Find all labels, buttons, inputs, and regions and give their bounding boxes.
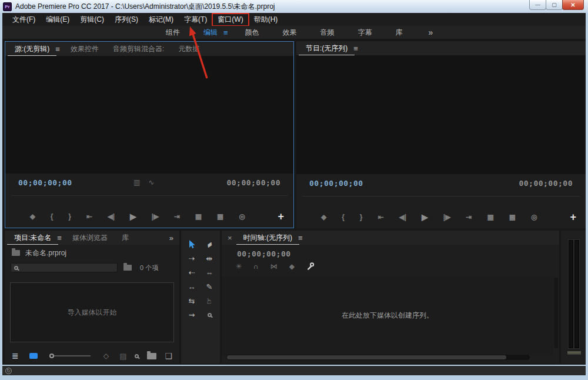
menu-help[interactable]: 帮助(H) bbox=[249, 14, 283, 26]
workspace-tab-libraries[interactable]: 库 bbox=[384, 28, 415, 38]
add-marker-button[interactable]: ◆ bbox=[321, 213, 326, 221]
panel-menu-icon[interactable]: ≡ bbox=[52, 42, 64, 56]
track-select-forward-tool[interactable]: ⇢ bbox=[183, 252, 201, 265]
go-to-in-button[interactable]: ⇤ bbox=[377, 213, 383, 221]
button-editor-plus-icon[interactable]: + bbox=[278, 211, 284, 222]
panel-menu-icon[interactable]: ≡ bbox=[350, 42, 362, 55]
hand-tool[interactable]: ☞ bbox=[201, 294, 218, 307]
program-scrub-bar[interactable] bbox=[296, 192, 586, 207]
insert-button[interactable]: ▦ bbox=[487, 213, 493, 221]
timeline-vertical-scrollbar[interactable] bbox=[554, 278, 558, 348]
menu-markers[interactable]: 标记(M) bbox=[143, 14, 179, 26]
program-current-timecode[interactable]: 00;00;00;00 bbox=[309, 179, 363, 188]
drag-audio-icon[interactable]: ∿ bbox=[148, 178, 154, 186]
go-to-out-button[interactable]: ⇥ bbox=[466, 213, 472, 221]
tab-metadata[interactable]: 元数据 bbox=[171, 42, 206, 56]
menu-clip[interactable]: 剪辑(C) bbox=[75, 14, 109, 26]
close-button[interactable]: ✕ bbox=[562, 0, 584, 10]
play-button[interactable]: ▶ bbox=[422, 212, 428, 222]
project-search-box[interactable] bbox=[11, 263, 118, 272]
mark-out-button[interactable]: } bbox=[360, 213, 363, 221]
find-button[interactable] bbox=[135, 354, 139, 358]
mark-in-button[interactable]: { bbox=[51, 212, 54, 221]
button-editor-plus-icon[interactable]: + bbox=[570, 212, 576, 222]
step-forward-button[interactable]: |▶ bbox=[443, 213, 451, 221]
add-marker-button[interactable]: ◆ bbox=[30, 212, 35, 221]
tab-libraries[interactable]: 库 bbox=[115, 231, 136, 245]
pen-tool[interactable]: ✎ bbox=[201, 280, 218, 293]
new-item-button[interactable]: ❏ bbox=[165, 351, 172, 361]
mark-out-button[interactable]: } bbox=[68, 212, 71, 221]
overwrite-button[interactable]: ▩ bbox=[217, 212, 223, 221]
selection-tool[interactable] bbox=[183, 238, 201, 251]
razor-tool[interactable]: ▰ bbox=[201, 238, 218, 251]
workspace-panel-menu-icon[interactable]: ≡ bbox=[220, 28, 231, 37]
maximize-button[interactable]: ▢ bbox=[546, 0, 563, 10]
zoom-slider[interactable] bbox=[49, 354, 91, 358]
tab-audio-clip-mixer[interactable]: 音频剪辑混合器: bbox=[106, 42, 171, 56]
tab-timeline[interactable]: 时间轴:(无序列) bbox=[236, 231, 299, 245]
menu-edit[interactable]: 编辑(E) bbox=[41, 14, 75, 26]
project-search-input[interactable] bbox=[21, 264, 109, 271]
go-to-in-button[interactable]: ⇤ bbox=[86, 212, 92, 221]
tab-project[interactable]: 项目:未命名 bbox=[7, 231, 58, 245]
panel-menu-icon[interactable]: ≡ bbox=[54, 231, 65, 245]
menu-sequence[interactable]: 序列(S) bbox=[109, 14, 143, 26]
tab-program-monitor[interactable]: 节目:(无序列) bbox=[299, 42, 355, 55]
sort-icon[interactable]: ◇ bbox=[103, 352, 109, 360]
new-bin-button[interactable] bbox=[147, 353, 156, 359]
workspace-tab-effects[interactable]: 效果 bbox=[271, 28, 309, 38]
go-to-out-button[interactable]: ⇥ bbox=[174, 212, 180, 221]
time-remap-tool[interactable]: ⇝ bbox=[183, 308, 201, 321]
source-current-timecode[interactable]: 00;00;00;00 bbox=[18, 178, 72, 187]
project-empty-droparea[interactable]: 导入媒体以开始 bbox=[10, 282, 174, 342]
play-button[interactable]: ▶ bbox=[130, 212, 136, 221]
workspace-tab-audio[interactable]: 音频 bbox=[309, 28, 346, 38]
program-transport-controls: ◆{}⇤◀|▶|▶⇥▦▩◎ bbox=[306, 212, 552, 222]
timeline-horizontal-scrollbar[interactable] bbox=[226, 355, 530, 360]
panel-overflow-chevron[interactable]: » bbox=[169, 234, 179, 242]
tab-media-browser[interactable]: 媒体浏览器 bbox=[65, 231, 115, 245]
source-scrub-bar[interactable] bbox=[5, 191, 293, 206]
export-frame-button[interactable]: ◎ bbox=[239, 212, 245, 221]
panel-menu-icon[interactable]: ≡ bbox=[295, 231, 306, 245]
zoom-tool[interactable] bbox=[201, 308, 218, 321]
insert-nested-icon[interactable]: ✳ bbox=[236, 262, 242, 271]
tab-effect-controls[interactable]: 效果控件 bbox=[64, 42, 106, 56]
rolling-edit-tool[interactable]: ⇠ bbox=[183, 266, 201, 279]
automate-to-sequence-button[interactable]: ▤ bbox=[119, 352, 126, 361]
ripple-edit-tool[interactable]: ⇹ bbox=[201, 252, 218, 265]
slip-tool[interactable]: ↔ bbox=[183, 280, 201, 293]
source-transport-controls: ◆{}⇤◀|▶|▶⇥▦▩◎ bbox=[15, 212, 260, 221]
menu-captions[interactable]: 字幕(T) bbox=[179, 14, 212, 26]
minimize-button[interactable]: — bbox=[529, 0, 546, 10]
icon-view-button[interactable] bbox=[29, 353, 38, 359]
find-in-bin-icon[interactable] bbox=[123, 262, 132, 273]
tab-source-monitor[interactable]: 源:(无剪辑) bbox=[8, 42, 56, 56]
workspace-overflow-chevron[interactable]: » bbox=[429, 28, 433, 37]
step-forward-button[interactable]: |▶ bbox=[152, 212, 159, 221]
rate-stretch-tool[interactable]: ⇔ bbox=[201, 266, 218, 279]
mark-in-button[interactable]: { bbox=[342, 213, 345, 221]
menu-window[interactable]: 窗口(W) bbox=[212, 14, 248, 26]
workspace-tab-captions[interactable]: 字幕 bbox=[346, 28, 384, 38]
overwrite-button[interactable]: ▩ bbox=[509, 213, 516, 221]
zoom-slider-knob[interactable] bbox=[49, 354, 54, 358]
step-back-button[interactable]: ◀| bbox=[108, 212, 115, 221]
insert-button[interactable]: ▦ bbox=[195, 212, 202, 221]
snap-icon[interactable]: ∩ bbox=[253, 262, 259, 271]
timeline-track-area[interactable]: 在此处放下媒体以创建序列。 bbox=[222, 276, 553, 355]
step-back-button[interactable]: ◀| bbox=[399, 213, 406, 221]
drag-video-icon[interactable]: ▥ bbox=[133, 178, 140, 186]
linked-selection-icon[interactable]: ⋈ bbox=[270, 262, 278, 271]
list-view-button[interactable]: ≣ bbox=[12, 351, 19, 361]
menu-file[interactable]: 文件(F) bbox=[7, 14, 41, 26]
export-frame-button[interactable]: ◎ bbox=[531, 213, 537, 221]
slide-tool[interactable]: ⇆ bbox=[183, 294, 201, 307]
add-marker-icon[interactable]: ◆ bbox=[289, 262, 295, 271]
workspace-tab-color[interactable]: 颜色 bbox=[233, 28, 271, 38]
timeline-timecode[interactable]: 00;00;00;00 bbox=[222, 245, 559, 258]
workspace-tab-assembly[interactable]: 组件 bbox=[154, 28, 192, 38]
close-panel-icon[interactable]: × bbox=[224, 234, 236, 242]
timeline-settings-wrench-icon[interactable] bbox=[306, 262, 315, 272]
